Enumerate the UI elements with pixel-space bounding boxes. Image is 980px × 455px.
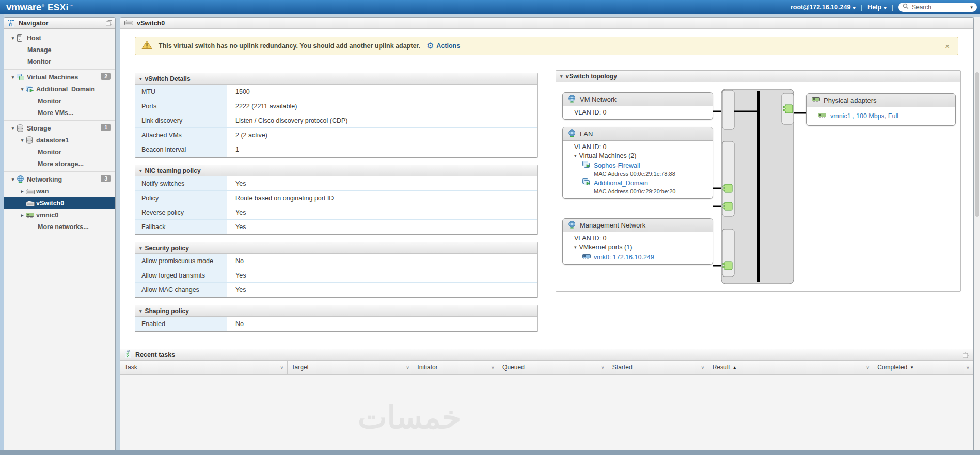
user-menu[interactable]: root@172.16.10.249 ▾: [791, 4, 856, 11]
esxi-app: vmware® ESXi™ root@172.16.10.249 ▾ | Hel…: [0, 0, 980, 455]
chevron-right-icon[interactable]: ▸: [19, 213, 26, 218]
logo-esxi-text: ESXi: [48, 3, 69, 13]
gear-icon: ⚙: [426, 42, 434, 50]
lan-network-box[interactable]: LAN VLAN ID: 0 ▾ Virtual Machines (2) So…: [562, 127, 713, 199]
clipboard-icon: [124, 350, 132, 360]
task-column-initiator[interactable]: Initiator∨: [413, 361, 498, 374]
property-row: Beacon interval1: [135, 142, 537, 157]
physical-adapter-link[interactable]: vmnic1 , 100 Mbps, Full: [807, 107, 955, 125]
sidebar-item-label: Networking: [27, 176, 62, 183]
sidebar-item-label: vSwitch0: [36, 200, 64, 207]
section-header[interactable]: ▾NIC teaming policy: [135, 165, 537, 176]
task-column-task[interactable]: Task∨: [120, 361, 288, 374]
chevron-down-icon[interactable]: ▾: [19, 138, 26, 143]
section-title: vSwitch Details: [145, 75, 191, 83]
db-icon: [26, 136, 36, 144]
chevron-down-icon: ▾: [574, 152, 577, 160]
property-value: Yes: [227, 205, 537, 219]
lan-title: LAN: [580, 130, 593, 138]
sidebar-item-storage[interactable]: ▾Storage1: [4, 122, 115, 134]
property-label: Allow promiscuous mode: [135, 254, 227, 268]
sidebar-item-more-storage[interactable]: More storage...: [4, 158, 115, 170]
help-menu-label: Help: [867, 4, 881, 11]
sidebar-item-host[interactable]: ▾Host: [4, 32, 115, 44]
property-value: 1500: [227, 85, 537, 99]
chevron-down-icon[interactable]: ∨: [866, 365, 870, 370]
task-column-result[interactable]: Result▲∨: [708, 361, 874, 374]
property-value: No: [227, 317, 537, 331]
section-header[interactable]: ▾Security policy: [135, 242, 537, 254]
property-label: Beacon interval: [135, 142, 227, 157]
sidebar-item-wan[interactable]: ▸wan: [4, 185, 115, 197]
chevron-down-icon[interactable]: ∨: [406, 365, 409, 370]
user-menu-label: root@172.16.10.249: [791, 4, 850, 11]
chevron-down-icon[interactable]: ∨: [966, 365, 970, 370]
chevron-down-icon: ▾: [970, 5, 973, 10]
section-header[interactable]: ▾vSwitch Details: [135, 73, 537, 85]
sidebar-item-monitor[interactable]: Monitor: [4, 146, 115, 158]
task-column-target[interactable]: Target∨: [288, 361, 414, 374]
vertical-scrollbar[interactable]: [974, 17, 980, 450]
property-value: Yes: [227, 176, 537, 190]
vm-network-box[interactable]: VM Network VLAN ID: 0: [562, 92, 713, 120]
search-input[interactable]: Search ▾: [898, 3, 977, 12]
sidebar-item-vmnic0[interactable]: ▸vmnic0: [4, 209, 115, 221]
scrollbar-thumb[interactable]: [975, 72, 979, 217]
vmkernel-group-label: VMkernel ports (1): [579, 243, 633, 251]
sidebar-item-datastore1[interactable]: ▾datastore1: [4, 134, 115, 146]
recent-tasks-title: Recent tasks: [135, 351, 175, 359]
sidebar-item-additional-domain[interactable]: ▾Additional_Domain: [4, 83, 115, 95]
warning-text: This virtual switch has no uplink redund…: [159, 42, 420, 50]
section-header[interactable]: ▾Shaping policy: [135, 305, 537, 317]
lan-vm-group-toggle[interactable]: ▾ Virtual Machines (2): [574, 152, 713, 160]
property-value: 2 (2 active): [227, 128, 537, 142]
topology-vm-link[interactable]: Additional_Domain: [582, 178, 713, 188]
sidebar-item-virtual-machines[interactable]: ▾Virtual Machines2: [4, 71, 115, 83]
chevron-down-icon[interactable]: ∨: [701, 365, 704, 370]
chevron-down-icon: ▾: [139, 76, 142, 82]
topology-header[interactable]: ▾ vSwitch topology: [556, 71, 960, 82]
vmware-esxi-logo: vmware® ESXi™: [6, 2, 76, 13]
chevron-down-icon[interactable]: ▾: [9, 126, 17, 131]
chevron-down-icon[interactable]: ∨: [491, 365, 495, 370]
task-column-started[interactable]: Started∨: [608, 361, 708, 374]
task-column-completed[interactable]: Completed▼∨: [873, 361, 973, 374]
property-value: Yes: [227, 268, 537, 282]
sidebar-item-networking[interactable]: ▾Networking3: [4, 173, 115, 185]
property-row: Attached VMs2 (2 active): [135, 128, 537, 142]
topology-vm-link[interactable]: Sophos-Firewall: [582, 161, 713, 170]
chevron-down-icon[interactable]: ▾: [9, 177, 17, 182]
chevron-down-icon[interactable]: ▾: [9, 36, 17, 41]
vmkernel-group-toggle[interactable]: ▾ VMkernel ports (1): [574, 243, 713, 251]
property-value: Listen / Cisco discovery protocol (CDP): [227, 113, 537, 127]
chevron-down-icon[interactable]: ∨: [280, 365, 283, 370]
adapter-name: vmnic1 , 100 Mbps, Full: [830, 112, 898, 120]
property-row: Notify switchesYes: [135, 176, 537, 191]
sidebar-item-monitor[interactable]: Monitor: [4, 56, 115, 68]
sidebar-item-more-vms[interactable]: More VMs...: [4, 107, 115, 119]
property-value: No: [227, 254, 537, 268]
chevron-down-icon[interactable]: ∨: [601, 365, 605, 370]
pin-panel-icon[interactable]: [106, 20, 112, 26]
main-panel: vSwitch0 This virtual switch has no upli…: [120, 17, 974, 450]
vm-name: Additional_Domain: [594, 180, 648, 187]
sidebar-item-manage[interactable]: Manage: [4, 44, 115, 56]
chevron-down-icon[interactable]: ▾: [19, 87, 26, 92]
warning-actions-button[interactable]: ⚙ Actions: [426, 42, 460, 50]
chevron-down-icon[interactable]: ▾: [9, 75, 17, 80]
vm-network-title: VM Network: [580, 95, 617, 103]
section-vswitch-details: ▾vSwitch DetailsMTU1500Ports2222 (2211 a…: [135, 73, 538, 158]
vswitch-icon: [124, 19, 133, 27]
sidebar-item-vswitch0[interactable]: vSwitch0: [4, 197, 115, 209]
close-icon[interactable]: ×: [943, 42, 952, 51]
sidebar-item-monitor[interactable]: Monitor: [4, 95, 115, 107]
vswitch-detail-sections: ▾vSwitch DetailsMTU1500Ports2222 (2211 a…: [135, 73, 538, 339]
management-network-box[interactable]: Management Network VLAN ID: 0 ▾ VMkernel…: [562, 218, 713, 265]
maximize-panel-icon[interactable]: [963, 352, 969, 358]
task-column-queued[interactable]: Queued∨: [498, 361, 608, 374]
sidebar-item-more-networks[interactable]: More networks...: [4, 221, 115, 233]
column-label: Queued: [502, 364, 525, 371]
chevron-right-icon[interactable]: ▸: [19, 189, 26, 194]
vmkernel-port-link[interactable]: vmk0: 172.16.10.249: [582, 253, 713, 262]
help-menu[interactable]: Help ▾: [867, 4, 887, 11]
